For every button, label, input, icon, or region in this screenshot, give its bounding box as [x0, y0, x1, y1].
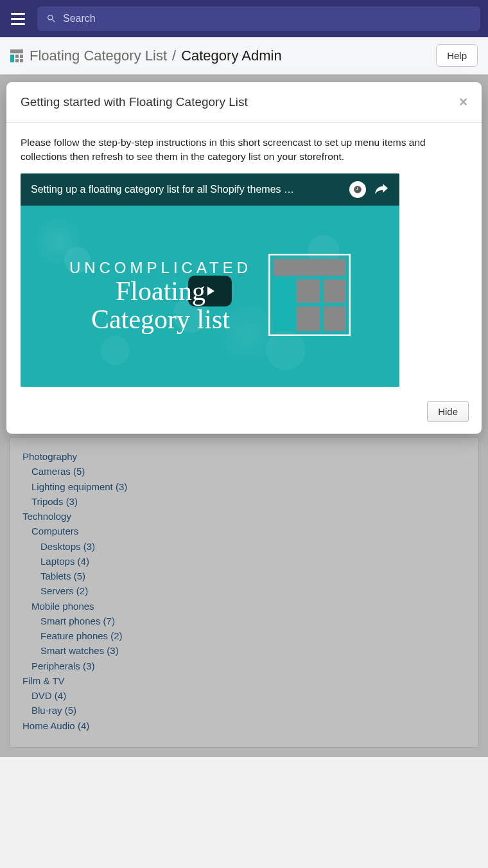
svg-rect-0	[10, 49, 23, 53]
search-field[interactable]	[37, 6, 480, 31]
breadcrumb-separator: /	[172, 48, 176, 64]
svg-rect-4	[15, 59, 19, 62]
svg-rect-11	[297, 306, 320, 331]
modal-header: Getting started with Floating Category L…	[6, 82, 482, 123]
modal-instructions: Please follow the step-by-step instructi…	[21, 136, 467, 164]
breadcrumb-app-link[interactable]: Floating Category List	[30, 48, 167, 64]
breadcrumb-bar: Floating Category List / Category Admin …	[0, 37, 488, 75]
svg-rect-9	[297, 279, 320, 303]
video-top-bar: Setting up a floating category list for …	[21, 173, 399, 206]
svg-rect-3	[20, 55, 23, 58]
svg-rect-1	[10, 55, 14, 62]
layout-icon	[268, 254, 351, 339]
help-button[interactable]: Help	[436, 44, 478, 67]
modal-body: Please follow the step-by-step instructi…	[6, 123, 482, 392]
thumb-line3: Category list	[69, 305, 252, 333]
page-body: PhotographyCameras (5)Lighting equipment…	[0, 75, 488, 757]
svg-rect-5	[20, 59, 23, 62]
search-icon	[46, 13, 57, 24]
thumb-line2: Floating	[69, 277, 252, 305]
modal-footer: Hide	[6, 392, 482, 434]
modal-title: Getting started with Floating Category L…	[21, 95, 248, 109]
video-title[interactable]: Setting up a floating category list for …	[31, 184, 342, 195]
getting-started-modal: Getting started with Floating Category L…	[6, 82, 482, 434]
share-icon[interactable]	[374, 181, 389, 199]
svg-rect-2	[15, 55, 19, 58]
breadcrumb-current: Category Admin	[181, 48, 282, 64]
video-embed[interactable]: Setting up a floating category list for …	[21, 173, 399, 387]
thumb-line1: UNCOMPLICATED	[69, 259, 252, 277]
close-icon[interactable]: ×	[459, 95, 467, 109]
watch-later-icon[interactable]	[349, 181, 366, 198]
svg-rect-10	[324, 279, 345, 303]
menu-icon[interactable]	[8, 8, 28, 29]
top-bar	[0, 0, 488, 37]
app-icon	[10, 49, 23, 62]
svg-rect-12	[324, 306, 345, 331]
search-input[interactable]	[63, 13, 471, 24]
svg-rect-7	[274, 259, 345, 276]
svg-rect-8	[274, 279, 293, 331]
video-thumbnail: UNCOMPLICATED Floating Category list	[21, 206, 399, 387]
hide-button[interactable]: Hide	[427, 401, 469, 422]
